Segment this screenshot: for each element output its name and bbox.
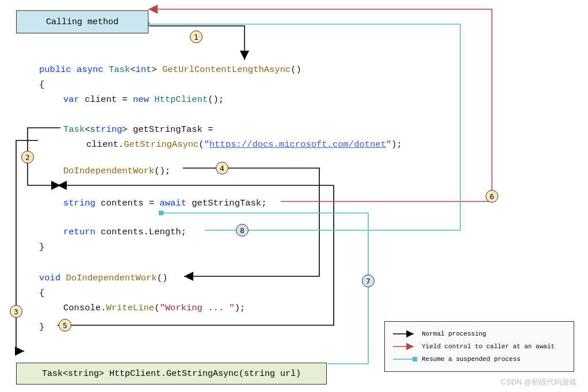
legend-box: Normal processing Yield control to calle… [384, 321, 574, 372]
code-line-close2: } [39, 319, 44, 334]
httpclient-label: Task<string> HttpClient.GetStringAsync(s… [42, 369, 301, 379]
code-line-var-client: var client = new HttpClient(); [63, 92, 224, 107]
code-line-getstring: client.GetStringAsync("https://docs.micr… [86, 137, 402, 152]
step-badge-6: 6 [486, 190, 498, 203]
step-badge-4: 4 [216, 162, 228, 174]
calling-method-label: Calling method [46, 17, 119, 27]
code-line-close1: } [39, 239, 44, 254]
step-badge-3: 3 [10, 305, 22, 318]
code-line-open2: { [39, 286, 44, 300]
code-line-task-decl: Task<string> getStringTask = [63, 122, 213, 137]
code-line-await: string contents = await getStringTask; [63, 196, 266, 211]
step-badge-5: 5 [59, 319, 71, 332]
svg-rect-5 [413, 357, 417, 361]
code-line-return: return contents.Length; [63, 224, 186, 239]
legend-resume: Resume a suspended process [392, 353, 567, 366]
legend-yield-label: Yield control to caller at an await [422, 343, 555, 350]
code-line-writeline: Console.WriteLine("Working ... "); [63, 300, 245, 315]
code-line-signature: public async Task<int> GetUrlContentLeng… [39, 62, 301, 77]
code-line-open1: { [39, 77, 44, 92]
code-line-doindep-call: DoIndependentWork(); [63, 163, 170, 178]
legend-yield: Yield control to caller at an await [392, 340, 567, 353]
step-badge-1: 1 [190, 31, 203, 43]
httpclient-box: Task<string> HttpClient.GetStringAsync(s… [16, 363, 327, 385]
step-badge-8: 8 [236, 224, 249, 237]
legend-resume-label: Resume a suspended process [422, 356, 521, 363]
watermark: CSDN @初级代码游戏 [501, 377, 576, 387]
step-badge-7: 7 [362, 275, 375, 287]
step-badge-2: 2 [21, 151, 34, 163]
code-line-void-sig: void DoIndependentWork() [39, 271, 167, 286]
calling-method-box: Calling method [16, 10, 148, 33]
legend-normal: Normal processing [392, 328, 567, 340]
svg-rect-0 [159, 211, 163, 215]
legend-normal-label: Normal processing [422, 330, 486, 337]
